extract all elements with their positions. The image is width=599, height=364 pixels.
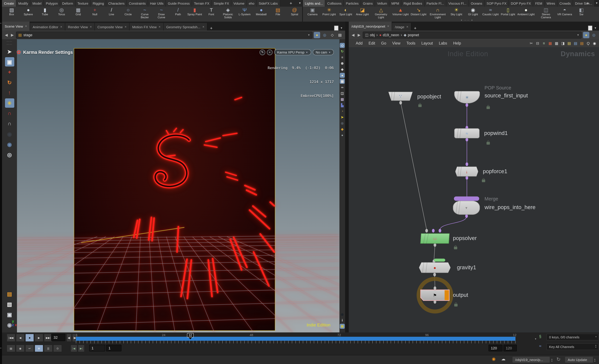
menu-layout[interactable]: Layout [418,41,436,45]
forward-icon[interactable]: ▶ [357,33,361,37]
playhead[interactable]: 32 [187,333,194,339]
add-pane-tab-button[interactable]: + [207,25,215,31]
keys-expand-icon[interactable]: ▲ [595,335,597,337]
shelf-tab[interactable]: Oceans [469,0,484,7]
breadcrumb-d19-neon[interactable]: ●d19_neon [379,33,399,37]
shelf-tool[interactable]: △ Geometry Light [371,7,391,19]
sticky-note-icon[interactable]: ▤ [567,41,572,46]
shelf-tool[interactable]: ▯ Portal Light [500,7,516,19]
menu-go[interactable]: Go [378,41,389,45]
stop-button[interactable]: ■ [25,334,34,342]
shelf-collapse-strip[interactable]: ▲ ▼ [0,0,2,364]
pane-tab[interactable]: /stage × [392,23,411,31]
play-forward-button[interactable]: ▶ [35,334,43,342]
spinner-icon[interactable]: ▲▼ [551,358,553,362]
view-lock-icon[interactable]: ≡ [340,55,345,60]
flipbook-icon[interactable]: ▧ [5,299,14,309]
shelf-tab[interactable]: SOP Pyro FX [484,0,509,7]
persp-grid-icon[interactable]: ◇ [340,43,345,48]
shelf-tool[interactable]: ○ Circle [120,7,136,19]
shelf-tool[interactable]: T Font [203,7,220,19]
range-end-key-button[interactable]: ▶| [78,345,85,352]
close-icon[interactable]: × [202,25,204,29]
shelf-overflow-icon[interactable]: ▼ [595,2,598,5]
back-icon[interactable]: ◀ [4,33,9,37]
shelf-tool[interactable]: ◓ VR Camera [556,7,573,19]
shelf-tab[interactable]: Lights and... [303,0,325,7]
clip-plane-icon[interactable]: ◈ [340,127,345,132]
add-shelf-tab-button[interactable]: + [584,1,592,6]
stage-floor-icon[interactable]: ▤ [5,289,14,298]
shelf-tool[interactable]: ▤ File [270,7,286,19]
shelf-tab[interactable]: Particles [344,0,361,7]
current-frame-field[interactable]: 32 [51,334,65,341]
split-view-icon[interactable]: ◫ [340,91,345,96]
shelf-tool[interactable]: ~ Draw Curve [153,7,170,19]
headlight-icon[interactable]: ◈ [340,67,345,72]
pin-icon[interactable]: ● [314,32,320,38]
pane-tab[interactable]: /obj/d19_neon/popnet × [349,22,392,31]
add-pane-tab-button[interactable]: + [411,25,419,31]
shelf-tool[interactable]: ◉ GI Light [465,7,481,19]
renderer-selector[interactable]: Karma XPU Persp▼ [274,49,311,55]
node-source-first-input[interactable]: ∗ [454,91,480,103]
tree-view-icon[interactable]: ⊟ [535,41,540,46]
pane-page-icon[interactable]: ▤ [337,32,343,38]
shelf-tab[interactable]: Terrain FX [192,0,212,7]
shelf-tab[interactable]: Characters [106,0,127,7]
shelf-tab[interactable]: Guide Process [166,0,192,7]
pane-tab[interactable]: Animation Editor × [30,23,65,31]
all-lights-icon[interactable]: ● [340,73,345,78]
pane-menu-icon[interactable]: ▼ [594,27,597,30]
wireframe-icon[interactable]: ➤ [340,115,345,120]
lens-icon[interactable]: ◎ [5,150,14,159]
node-popobject[interactable]: ∵ [388,92,413,101]
menu-edit[interactable]: Edit [366,41,378,45]
display-objects-icon[interactable]: ◔ [340,109,345,114]
color-chart-icon[interactable]: ● [340,133,345,138]
shelf-tool[interactable]: ∩ Environment Light [427,7,448,19]
edit-render-settings-icon[interactable]: ✎ [260,49,265,55]
shelf-tool[interactable]: ~ Curve Bezier [136,7,153,19]
timeline-range-bar[interactable] [76,337,515,341]
camera-selector[interactable]: No cam▼ [313,49,334,55]
shelf-tool[interactable]: ◎ Torus [53,7,70,19]
shelf-tab[interactable]: Rigging [91,0,106,7]
shelf-tool[interactable]: + Null [87,7,103,19]
network-path-field[interactable]: ◫obj › ●d19_neon › ◆popnet ▼ [363,31,582,38]
snap-points-icon[interactable]: ∩ [5,119,14,128]
transform-handle-icon[interactable]: ✳ [5,98,14,108]
radar-icon[interactable]: ◎ [321,32,328,38]
node-popwind1[interactable]: ≈ [454,128,480,138]
node-gravity1[interactable]: ● [419,262,450,273]
view-mode-icon[interactable]: ◉ [5,140,14,149]
shelf-tab[interactable]: DOP Pyro FX [509,0,533,7]
camera-tool-icon[interactable]: ◉ [5,129,14,139]
range-start-key-button[interactable]: |◀ [70,345,77,352]
shelf-tool[interactable]: ◪ Area Light [354,7,371,19]
lights-off-icon[interactable]: ⊗ [340,61,345,66]
network-editor-canvas[interactable]: Indie Edition Dynamics [349,47,599,332]
shelf-tab[interactable]: Crowds [557,0,573,7]
list-view-icon[interactable]: ≡ [541,41,546,46]
shelf-overflow-icon[interactable]: ▼ [299,2,301,5]
shelf-tool[interactable]: @ Spiral [286,7,302,19]
toolbar-handle-icon[interactable]: ⋯⋯⋯⋯ [2,39,17,46]
pane-tab[interactable]: Render View × [65,23,95,31]
shelf-tool[interactable]: ● Sphere [20,7,37,19]
range-start-field[interactable]: 1 [89,345,105,351]
pane-tab[interactable]: Motion FX View × [130,23,164,31]
playback-options-icon[interactable]: ⊙ [53,345,62,352]
shelf-tool[interactable]: ◐ Spot Light [337,7,354,19]
forward-icon[interactable]: ▶ [10,33,15,37]
shelf-tab[interactable]: SideFX Labs [257,0,280,7]
find-icon[interactable]: Ϙ [586,41,591,46]
link-cube-icon[interactable]: ◇ [329,32,335,38]
pane-divider[interactable] [345,22,349,332]
timeline-ruler[interactable]: 12448729612 32 [76,333,517,344]
color-palette-icon[interactable]: ▦ [548,41,553,46]
breadcrumb-obj[interactable]: ◫obj [365,33,375,37]
audio-icon[interactable]: ◉ [16,345,25,352]
back-icon[interactable]: ◀ [351,33,355,37]
shelf-tab[interactable]: Deform [60,0,76,7]
